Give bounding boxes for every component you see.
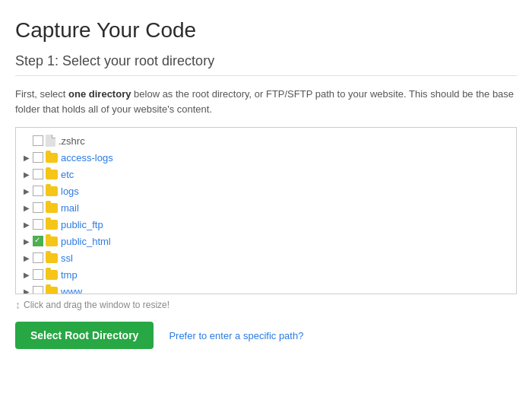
item-checkbox[interactable] (33, 252, 43, 263)
toggle-icon: ▶ (22, 253, 31, 262)
item-label: mail (61, 202, 79, 214)
item-label: www (61, 286, 82, 295)
item-label: ssl (61, 252, 73, 264)
tree-item-public_html[interactable]: ▶public_html (16, 233, 516, 249)
select-root-button[interactable]: Select Root Directory (15, 322, 154, 349)
folder-icon (46, 203, 58, 213)
toggle-icon: ▶ (22, 236, 31, 246)
folder-icon (46, 186, 58, 196)
toggle-icon: ▶ (22, 170, 31, 179)
toggle-icon: ▶ (22, 287, 31, 294)
folder-icon (46, 253, 58, 263)
tree-item-etc[interactable]: ▶etc (16, 166, 516, 183)
folder-icon (46, 236, 58, 246)
toggle-icon: ▶ (22, 186, 31, 195)
step-label: Step 1: Select your root directory (15, 53, 517, 76)
toggle-icon: ▶ (22, 153, 31, 162)
toggle-icon (22, 136, 31, 145)
toggle-icon: ▶ (22, 203, 31, 212)
tree-item-access-logs[interactable]: ▶access-logs (16, 149, 516, 166)
item-checkbox[interactable] (33, 202, 43, 213)
directory-tree[interactable]: .zshrc▶access-logs▶etc▶logs▶mail▶public_… (15, 127, 517, 294)
folder-icon (46, 270, 58, 280)
desc-bold: one directory (68, 88, 131, 100)
resize-hint-text: Click and drag the window to resize! (24, 300, 169, 310)
tree-item-tmp[interactable]: ▶tmp (16, 266, 516, 283)
prefer-path-link[interactable]: Prefer to enter a specific path? (169, 330, 303, 341)
tree-item-ssl[interactable]: ▶ssl (16, 249, 516, 266)
folder-icon (46, 170, 58, 179)
page-title: Capture Your Code (15, 18, 517, 43)
tree-item-public_ftp[interactable]: ▶public_ftp (16, 216, 516, 233)
folder-icon (46, 287, 58, 295)
item-checkbox[interactable] (33, 236, 43, 246)
desc-part1: First, select (15, 88, 68, 100)
item-checkbox[interactable] (33, 186, 43, 196)
item-checkbox[interactable] (33, 135, 43, 146)
footer-actions: Select Root Directory Prefer to enter a … (15, 322, 517, 349)
item-label: logs (61, 186, 79, 197)
item-checkbox[interactable] (33, 169, 43, 179)
item-label: access-logs (61, 152, 113, 163)
tree-item-zshrc[interactable]: .zshrc (16, 132, 516, 149)
toggle-icon: ▶ (22, 220, 31, 229)
file-icon (46, 135, 55, 147)
item-label: .zshrc (59, 135, 85, 147)
tree-item-mail[interactable]: ▶mail (16, 199, 516, 216)
item-label: etc (61, 169, 74, 180)
resize-hint: ↕ Click and drag the window to resize! (15, 299, 517, 311)
item-label: public_ftp (61, 219, 103, 230)
folder-icon (46, 153, 58, 163)
description-text: First, select one directory below as the… (15, 87, 517, 116)
item-checkbox[interactable] (33, 219, 43, 230)
folder-icon (46, 220, 58, 230)
toggle-icon: ▶ (22, 270, 31, 279)
item-checkbox[interactable] (33, 152, 43, 163)
item-label: public_html (61, 236, 111, 247)
tree-item-www[interactable]: ▶www (16, 283, 516, 294)
tree-item-logs[interactable]: ▶logs (16, 183, 516, 199)
item-checkbox[interactable] (33, 269, 43, 280)
item-checkbox[interactable] (33, 286, 43, 294)
item-label: tmp (61, 269, 78, 281)
resize-icon: ↕ (15, 299, 21, 311)
